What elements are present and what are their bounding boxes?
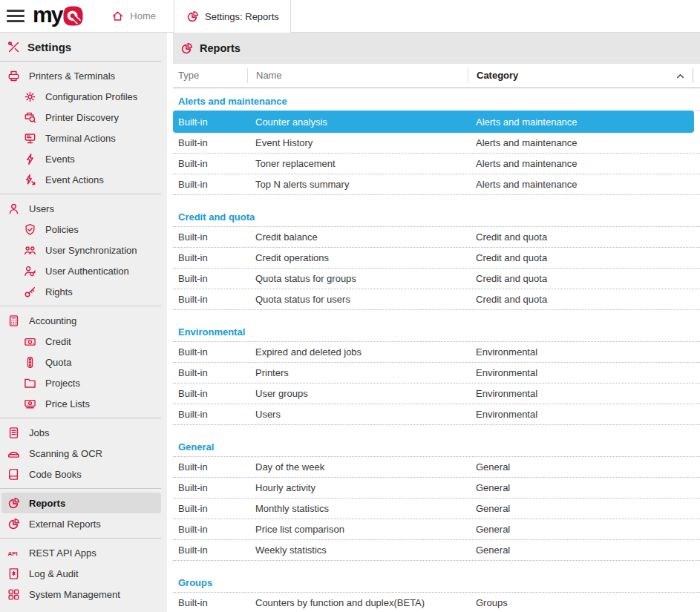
logo-q-mark <box>63 6 83 26</box>
column-header-category[interactable]: Category <box>468 68 693 83</box>
tools-icon <box>7 41 20 53</box>
table-row-monthly-statistics[interactable]: Built-inMonthly statisticsGeneral <box>173 499 700 519</box>
sidebar-title-label: Settings <box>27 41 71 53</box>
sidebar-item-terminal-actions[interactable]: Terminal Actions <box>0 128 167 148</box>
sidebar-item-projects[interactable]: Projects <box>0 372 167 393</box>
table-row-expired-and-deleted-jobs[interactable]: Built-inExpired and deleted jobsEnvironm… <box>173 342 700 363</box>
pie-chart-icon <box>7 497 20 510</box>
column-label: Name <box>256 70 282 81</box>
cell-category: Environmental <box>468 367 700 378</box>
sidebar-item-users[interactable]: Users <box>0 198 167 219</box>
main-content: Reports TypeNameCategory Alerts and main… <box>173 33 700 612</box>
sidebar-item-rights[interactable]: Rights <box>0 281 167 302</box>
menu-icon[interactable] <box>7 6 24 27</box>
sidebar-item-jobs[interactable]: Jobs <box>0 422 167 443</box>
lightning-icon <box>23 153 36 165</box>
cell-category: Credit and quota <box>468 231 700 243</box>
sidebar-item-printer-discovery[interactable]: Printer Discovery <box>0 107 167 128</box>
printer-icon <box>7 70 20 82</box>
sidebar-item-label: Event Actions <box>45 174 104 185</box>
sidebar-item-label: Printer Discovery <box>45 112 119 123</box>
calculator-icon <box>7 315 20 327</box>
sidebar-item-log-audit[interactable]: Log & Audit <box>0 563 167 584</box>
user-key-icon <box>23 265 36 277</box>
lightning-arrow-icon <box>23 174 36 186</box>
sidebar-item-credit[interactable]: Credit <box>0 331 167 352</box>
sidebar-item-printers-terminals[interactable]: Printers & Terminals <box>0 65 167 86</box>
sidebar-item-scanning-ocr[interactable]: Scanning & OCR <box>0 443 167 464</box>
table-row-quota-status-for-users[interactable]: Built-inQuota status for usersCredit and… <box>173 289 700 310</box>
sidebar-item-accounting[interactable]: Accounting <box>0 310 167 331</box>
report-group-environmental: EnvironmentalBuilt-inExpired and deleted… <box>173 325 700 425</box>
user-icon <box>7 203 20 215</box>
table-row-top-n-alerts-summary[interactable]: Built-inTop N alerts summaryAlerts and m… <box>173 174 700 195</box>
cell-name: Printers <box>247 367 468 378</box>
scanner-icon <box>7 447 20 460</box>
cell-category: General <box>468 524 700 535</box>
printer-search-icon <box>23 111 36 124</box>
table-row-printers[interactable]: Built-inPrintersEnvironmental <box>173 363 700 384</box>
myq-logo[interactable]: my <box>33 0 83 32</box>
table-header: TypeNameCategory <box>173 64 700 88</box>
cell-name: Event History <box>247 137 468 148</box>
sidebar-item-system-management[interactable]: System Management <box>0 584 167 605</box>
sidebar-item-external-reports[interactable]: External Reports <box>0 513 167 534</box>
table-row-toner-replacement[interactable]: Built-inToner replacementAlerts and main… <box>173 154 700 174</box>
table-row-credit-operations[interactable]: Built-inCredit operationsCredit and quot… <box>173 248 700 269</box>
gear-icon <box>23 91 36 103</box>
cell-type: Built-in <box>173 231 247 243</box>
table-row-users[interactable]: Built-inUsersEnvironmental <box>173 404 700 425</box>
sidebar-divider <box>0 488 161 489</box>
table-row-day-of-the-week[interactable]: Built-inDay of the weekGeneral <box>173 457 700 478</box>
sidebar-item-event-actions[interactable]: Event Actions <box>0 169 167 190</box>
table-row-quota-status-for-groups[interactable]: Built-inQuota status for groupsCredit an… <box>173 269 700 289</box>
cell-type: Built-in <box>173 409 247 420</box>
table-body: Alerts and maintenanceBuilt-inCounter an… <box>173 94 700 612</box>
cell-name: Hourly activity <box>247 482 468 493</box>
report-group-general: GeneralBuilt-inDay of the weekGeneralBui… <box>173 440 700 561</box>
cell-type: Built-in <box>173 524 247 535</box>
table-row-weekly-statistics[interactable]: Built-inWeekly statisticsGeneral <box>173 540 700 561</box>
table-row-event-history[interactable]: Built-inEvent HistoryAlerts and maintena… <box>173 133 700 154</box>
svg-text:API: API <box>7 550 17 556</box>
table-row-user-groups[interactable]: Built-inUser groupsEnvironmental <box>173 384 700 404</box>
sidebar-item-label: Projects <box>45 378 80 389</box>
tab-settings-reports[interactable]: Settings: Reports <box>174 0 291 33</box>
sidebar-item-label: Credit <box>45 336 71 347</box>
table-row-hourly-activity[interactable]: Built-inHourly activityGeneral <box>173 478 700 499</box>
table-row-price-list-comparison[interactable]: Built-inPrice list comparisonGeneral <box>173 519 700 540</box>
sidebar-item-user-authentication[interactable]: User Authentication <box>0 260 167 281</box>
sidebar-item-label: REST API Apps <box>29 547 97 559</box>
sidebar-item-quota[interactable]: Quota <box>0 352 167 372</box>
sidebar-item-policies[interactable]: Policies <box>0 219 167 240</box>
chevron-up-icon <box>673 70 687 82</box>
cell-name: Counters by function and duplex(BETA) <box>247 597 468 608</box>
cell-type: Built-in <box>173 158 247 169</box>
report-group-groups: GroupsBuilt-inCounters by function and d… <box>173 576 700 612</box>
sidebar-nav: Printers & TerminalsConfiguration Profil… <box>0 61 167 605</box>
cell-category: Alerts and maintenance <box>468 116 694 128</box>
sidebar-item-events[interactable]: Events <box>0 148 167 169</box>
table-row-counters-by-function-and-duplex-beta[interactable]: Built-inCounters by function and duplex(… <box>173 593 700 612</box>
sidebar-item-reports[interactable]: Reports <box>1 493 161 513</box>
tab-home[interactable]: Home <box>99 0 167 32</box>
page-title: Reports <box>200 42 241 54</box>
cell-name: Day of the week <box>247 461 468 473</box>
sidebar-item-rest-api-apps[interactable]: APIREST API Apps <box>0 542 167 563</box>
cell-type: Built-in <box>173 116 247 128</box>
sidebar-item-price-lists[interactable]: Price Lists <box>0 393 167 414</box>
traffic-light-icon <box>23 356 36 369</box>
sidebar-item-configuration-profiles[interactable]: Configuration Profiles <box>0 86 167 107</box>
pie-chart-icon <box>7 518 20 530</box>
sidebar-item-user-synchronization[interactable]: User Synchronization <box>0 240 167 260</box>
sidebar-item-label: External Reports <box>29 519 101 530</box>
column-header-type[interactable]: Type <box>173 68 247 83</box>
wallet-icon <box>23 335 36 348</box>
sidebar-item-code-books[interactable]: Code Books <box>0 464 167 484</box>
sidebar-item-label: Terminal Actions <box>45 133 116 144</box>
sidebar-item-label: System Management <box>29 589 120 600</box>
column-header-name[interactable]: Name <box>247 68 468 83</box>
sidebar-item-label: Jobs <box>29 427 49 438</box>
table-row-credit-balance[interactable]: Built-inCredit balanceCredit and quota <box>173 227 700 248</box>
table-row-counter-analysis[interactable]: Built-inCounter analysisAlerts and maint… <box>173 111 694 133</box>
